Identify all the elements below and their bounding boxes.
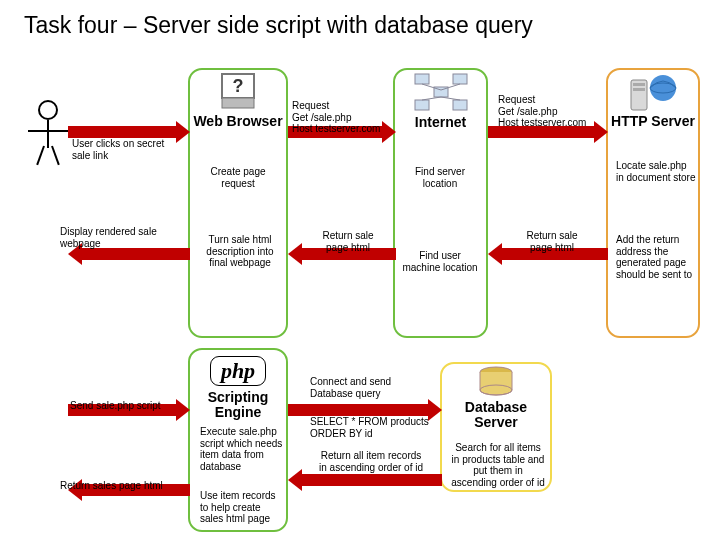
label-req2: Request Get /sale.php Host testserver.co… <box>498 94 598 129</box>
label-returnpage1: Return sale page html <box>312 230 384 253</box>
http-server-node: HTTP Server <box>606 68 700 338</box>
svg-rect-4 <box>453 74 467 84</box>
label-req1: Request Get /sale.php Host testserver.co… <box>292 100 392 135</box>
label-returnpage2: Return sale page html <box>516 230 588 253</box>
label-display: Display rendered sale webpage <box>60 226 170 249</box>
label-turnhtml: Turn sale html description into final we… <box>200 234 280 269</box>
browser-icon: ? <box>216 70 260 114</box>
web-browser-label: Web Browser <box>190 114 286 129</box>
http-server-icon <box>625 70 681 114</box>
label-userclick: User clicks on secret sale link <box>72 138 182 161</box>
internet-node: Internet <box>393 68 488 338</box>
diagram-canvas: ? Web Browser Internet HTTP Server php S… <box>0 50 720 540</box>
scripting-engine-label: Scripting Engine <box>190 390 286 421</box>
label-connectdb: Connect and send Database query <box>310 376 420 399</box>
svg-text:?: ? <box>233 76 244 96</box>
svg-rect-3 <box>415 74 429 84</box>
label-returnhtml2: Return sales page html <box>60 480 178 492</box>
label-findmachine: Find user machine location <box>402 250 478 273</box>
http-server-label: HTTP Server <box>608 114 698 129</box>
page-title: Task four – Server side script with data… <box>0 0 720 39</box>
network-icon <box>411 70 471 114</box>
user-icon <box>28 100 68 170</box>
label-execute: Execute sale.php script which needs item… <box>200 426 284 472</box>
label-createreq: Create page request <box>200 166 276 189</box>
php-logo: php <box>210 356 266 386</box>
label-userecords: Use item records to help create sales ht… <box>200 490 284 525</box>
svg-point-15 <box>650 75 676 101</box>
label-searchitems: Search for all items in products table a… <box>450 442 546 488</box>
database-icon <box>474 364 518 400</box>
svg-rect-6 <box>415 100 429 110</box>
label-findserver: Find server location <box>402 166 478 189</box>
label-sendscript: Send sale.php script <box>70 400 170 412</box>
label-returnitems: Return all item records in ascending ord… <box>316 450 426 473</box>
label-select: SELECT * FROM products ORDER BY id <box>310 416 430 439</box>
svg-rect-1 <box>222 98 254 108</box>
svg-rect-14 <box>633 88 645 91</box>
database-server-label: Database Server <box>442 400 550 431</box>
svg-line-11 <box>441 97 460 100</box>
svg-line-10 <box>422 97 441 100</box>
svg-rect-7 <box>453 100 467 110</box>
label-addreturn: Add the return address the generated pag… <box>616 234 702 280</box>
web-browser-node: ? Web Browser <box>188 68 288 338</box>
label-locate: Locate sale.php in document store <box>616 160 696 183</box>
svg-rect-13 <box>633 83 645 86</box>
internet-label: Internet <box>395 114 486 130</box>
